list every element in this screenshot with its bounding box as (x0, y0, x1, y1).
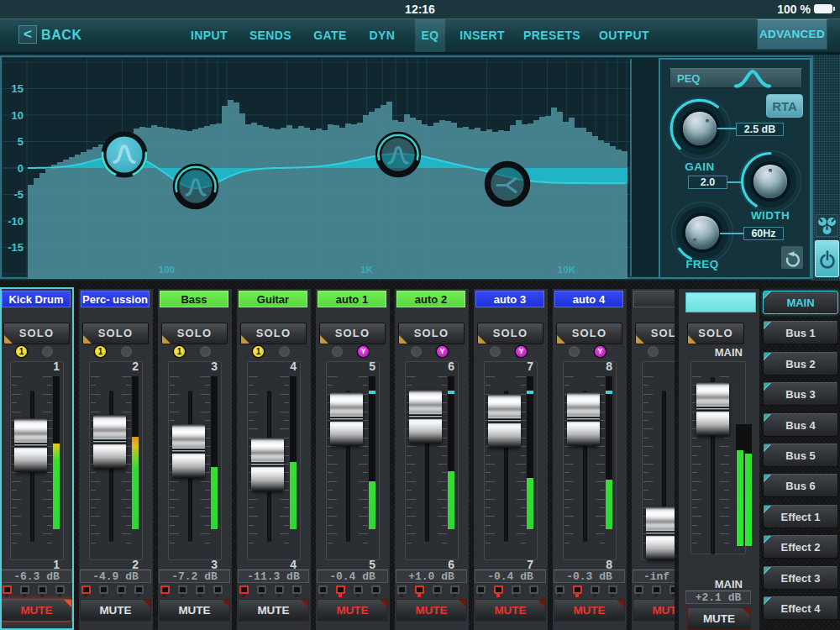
svg-text:0: 0 (18, 162, 24, 175)
svg-text:-15: -15 (8, 241, 24, 254)
svg-text:-10: -10 (8, 215, 24, 228)
svg-text:15: 15 (12, 82, 24, 95)
svg-text:-5: -5 (13, 188, 24, 201)
svg-text:100: 100 (159, 265, 175, 275)
svg-text:5: 5 (18, 135, 24, 148)
svg-text:1K: 1K (360, 265, 373, 275)
svg-text:10K: 10K (558, 265, 576, 275)
svg-text:10: 10 (12, 109, 24, 122)
